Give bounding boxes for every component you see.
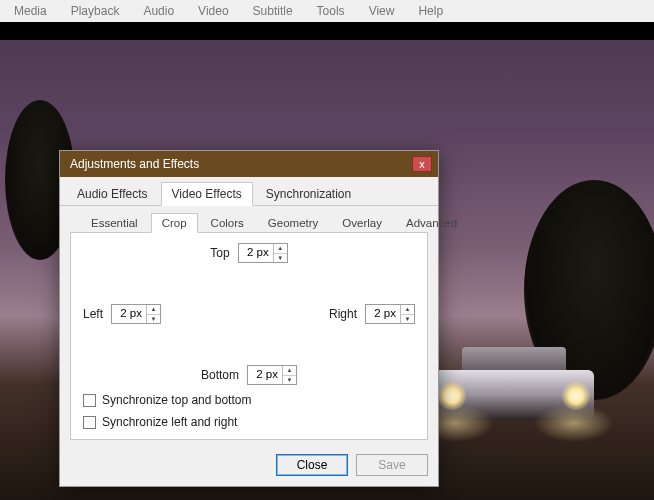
chevron-up-icon[interactable]: ▲ [147, 305, 160, 315]
crop-bottom-spinner[interactable]: 2 px ▲ ▼ [247, 365, 297, 385]
sync-left-right-label: Synchronize left and right [102, 415, 237, 429]
chevron-up-icon[interactable]: ▲ [283, 366, 296, 376]
spinner-buttons[interactable]: ▲ ▼ [282, 366, 296, 384]
subtab-colors[interactable]: Colors [200, 213, 255, 233]
close-icon[interactable]: x [412, 156, 432, 172]
chevron-down-icon[interactable]: ▼ [274, 254, 287, 263]
subtab-geometry[interactable]: Geometry [257, 213, 330, 233]
dialog-titlebar[interactable]: Adjustments and Effects x [60, 151, 438, 177]
menu-tools[interactable]: Tools [307, 2, 355, 20]
close-button[interactable]: Close [276, 454, 348, 476]
headlight-icon [438, 382, 466, 410]
menu-help[interactable]: Help [408, 2, 453, 20]
crop-right-label: Right [329, 307, 357, 321]
menu-video[interactable]: Video [188, 2, 238, 20]
sync-left-right-checkbox[interactable] [83, 416, 96, 429]
chevron-up-icon[interactable]: ▲ [274, 244, 287, 254]
crop-top-spinner[interactable]: 2 px ▲ ▼ [238, 243, 288, 263]
chevron-down-icon[interactable]: ▼ [401, 315, 414, 324]
crop-top-label: Top [210, 246, 229, 260]
crop-top-value[interactable]: 2 px [239, 244, 273, 262]
dialog-footer: Close Save [60, 448, 438, 486]
subtab-overlay[interactable]: Overlay [331, 213, 393, 233]
menu-audio[interactable]: Audio [133, 2, 184, 20]
menubar: Media Playback Audio Video Subtitle Tool… [0, 0, 654, 22]
subtab-advanced[interactable]: Advanced [395, 213, 468, 233]
save-button[interactable]: Save [356, 454, 428, 476]
menu-media[interactable]: Media [4, 2, 57, 20]
sync-top-bottom-label: Synchronize top and bottom [102, 393, 251, 407]
subtab-essential[interactable]: Essential [80, 213, 149, 233]
video-effects-subtabs: Essential Crop Colors Geometry Overlay A… [70, 206, 428, 233]
spinner-buttons[interactable]: ▲ ▼ [273, 244, 287, 262]
menu-playback[interactable]: Playback [61, 2, 130, 20]
crop-left-spinner[interactable]: 2 px ▲ ▼ [111, 304, 161, 324]
crop-left-value[interactable]: 2 px [112, 305, 146, 323]
car [434, 350, 594, 430]
headlight-icon [562, 382, 590, 410]
crop-bottom-label: Bottom [201, 368, 239, 382]
menu-view[interactable]: View [359, 2, 405, 20]
tab-synchronization[interactable]: Synchronization [255, 182, 362, 206]
chevron-down-icon[interactable]: ▼ [147, 315, 160, 324]
tab-audio-effects[interactable]: Audio Effects [66, 182, 159, 206]
tab-video-effects[interactable]: Video Effects [161, 182, 253, 206]
dialog-title: Adjustments and Effects [70, 157, 412, 171]
crop-right-value[interactable]: 2 px [366, 305, 400, 323]
video-area: Adjustments and Effects x Audio Effects … [0, 22, 654, 500]
chevron-down-icon[interactable]: ▼ [283, 376, 296, 385]
menu-subtitle[interactable]: Subtitle [243, 2, 303, 20]
subtab-crop[interactable]: Crop [151, 213, 198, 233]
crop-right-spinner[interactable]: 2 px ▲ ▼ [365, 304, 415, 324]
spinner-buttons[interactable]: ▲ ▼ [146, 305, 160, 323]
crop-bottom-value[interactable]: 2 px [248, 366, 282, 384]
adjustments-effects-dialog: Adjustments and Effects x Audio Effects … [59, 150, 439, 487]
main-tabs: Audio Effects Video Effects Synchronizat… [60, 177, 438, 206]
chevron-up-icon[interactable]: ▲ [401, 305, 414, 315]
spinner-buttons[interactable]: ▲ ▼ [400, 305, 414, 323]
crop-panel: Top 2 px ▲ ▼ Left 2 px ▲ [70, 233, 428, 440]
crop-left-label: Left [83, 307, 103, 321]
sync-top-bottom-checkbox[interactable] [83, 394, 96, 407]
